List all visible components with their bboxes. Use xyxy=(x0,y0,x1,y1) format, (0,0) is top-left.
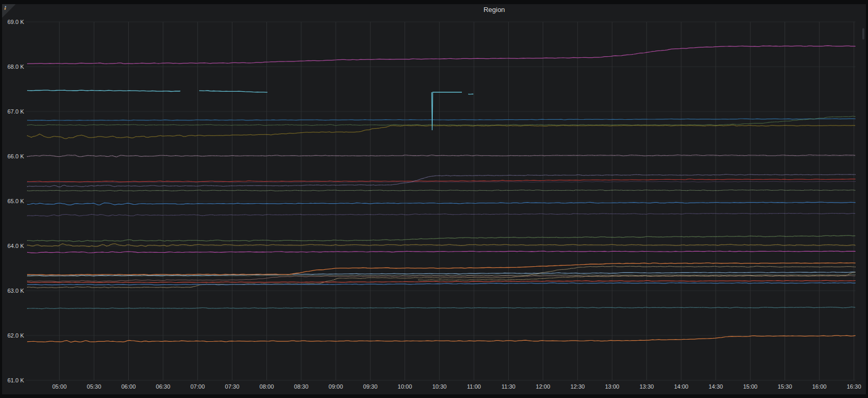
svg-text:06:30: 06:30 xyxy=(156,383,170,390)
svg-text:62.0 K: 62.0 K xyxy=(7,332,24,339)
svg-text:07:30: 07:30 xyxy=(225,383,240,390)
svg-text:15:00: 15:00 xyxy=(743,383,757,390)
svg-text:08:30: 08:30 xyxy=(294,383,309,390)
svg-text:16:00: 16:00 xyxy=(812,383,827,390)
svg-text:66.0 K: 66.0 K xyxy=(7,153,24,159)
svg-text:16:30: 16:30 xyxy=(847,383,861,390)
svg-text:05:00: 05:00 xyxy=(52,383,67,390)
svg-text:14:00: 14:00 xyxy=(674,383,689,390)
svg-text:12:00: 12:00 xyxy=(536,383,551,390)
svg-text:12:30: 12:30 xyxy=(570,383,585,390)
svg-text:64.0 K: 64.0 K xyxy=(7,243,24,249)
svg-text:08:00: 08:00 xyxy=(260,383,274,390)
svg-text:63.0 K: 63.0 K xyxy=(7,288,24,294)
svg-text:09:30: 09:30 xyxy=(363,383,378,390)
svg-text:14:30: 14:30 xyxy=(708,383,723,390)
svg-text:11:30: 11:30 xyxy=(502,383,516,390)
svg-text:09:00: 09:00 xyxy=(328,383,343,390)
svg-text:11:00: 11:00 xyxy=(467,383,481,390)
svg-text:07:00: 07:00 xyxy=(190,383,205,390)
svg-text:06:00: 06:00 xyxy=(121,383,136,390)
svg-text:61.0 K: 61.0 K xyxy=(7,377,24,383)
svg-text:13:00: 13:00 xyxy=(605,383,619,390)
svg-text:13:30: 13:30 xyxy=(640,383,654,390)
svg-text:15:30: 15:30 xyxy=(778,383,792,390)
svg-text:05:30: 05:30 xyxy=(87,383,102,390)
svg-text:65.0 K: 65.0 K xyxy=(7,198,24,204)
svg-text:10:00: 10:00 xyxy=(398,383,412,390)
svg-text:68.0 K: 68.0 K xyxy=(7,64,24,70)
svg-text:69.0 K: 69.0 K xyxy=(7,19,24,25)
svg-text:10:30: 10:30 xyxy=(432,383,447,390)
svg-text:67.0 K: 67.0 K xyxy=(7,108,24,115)
